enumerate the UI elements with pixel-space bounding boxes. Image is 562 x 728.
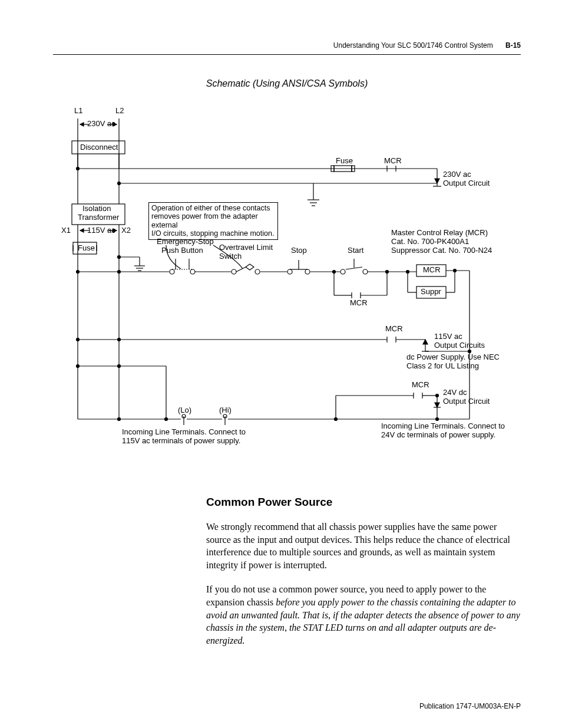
label-suppr-box: Suppr xyxy=(421,288,441,297)
label-ovt-2: Switch xyxy=(219,252,242,261)
svg-marker-122 xyxy=(435,403,439,407)
label-l1: L1 xyxy=(74,107,82,116)
label-mcr-info-1: Master Control Relay (MCR) xyxy=(391,229,488,238)
label-estop-2: Push Button xyxy=(161,246,203,255)
operation-note-box: Operation of either of these contacts re… xyxy=(148,202,278,240)
label-230vac: 230V ac xyxy=(87,120,115,129)
paragraph-1: We strongly recommend that all chassis p… xyxy=(206,521,521,571)
label-mcr-low: MCR xyxy=(412,381,429,390)
label-mcr-box: MCR xyxy=(423,266,441,275)
svg-point-85 xyxy=(118,271,121,274)
section-heading: Common Power Source xyxy=(206,496,521,509)
svg-point-61 xyxy=(340,269,345,274)
label-l2: L2 xyxy=(115,107,124,116)
label-iso-2: Transformer xyxy=(78,213,119,222)
svg-marker-22 xyxy=(435,179,439,183)
svg-point-62 xyxy=(363,269,368,274)
label-115out-2: Output Circuits xyxy=(434,341,485,350)
label-mcr-mid: MCR xyxy=(385,325,403,334)
label-24out-1: 24V dc xyxy=(443,388,467,397)
label-disconnect: Disconnect xyxy=(80,143,118,152)
opnote-line-2: removes power from the adapter external xyxy=(151,212,258,229)
label-hi: (Hi) xyxy=(219,406,232,415)
svg-point-56 xyxy=(287,269,292,274)
label-fuse-top: Fuse xyxy=(336,157,353,166)
label-fuse: Fuse xyxy=(78,244,95,253)
label-mcr-contact: MCR xyxy=(350,299,368,308)
svg-point-48 xyxy=(190,269,195,274)
label-mcr-info-2: Cat. No. 700-PK400A1 xyxy=(391,238,469,246)
diagram-caption: Schematic (Using ANSI/CSA Symbols) xyxy=(53,78,521,89)
svg-marker-3 xyxy=(80,123,84,126)
opnote-line-1: Operation of either of these contacts xyxy=(151,204,270,212)
svg-point-77 xyxy=(454,269,457,272)
svg-point-126 xyxy=(335,418,338,421)
svg-point-112 xyxy=(165,418,168,421)
page-number: B-15 xyxy=(505,41,521,50)
label-lo: (Lo) xyxy=(178,406,191,415)
publication-footer: Publication 1747-UM003A-EN-P xyxy=(419,702,521,710)
label-x2: X2 xyxy=(121,226,131,235)
svg-marker-94 xyxy=(423,340,428,344)
label-x1: X1 xyxy=(61,226,71,235)
label-inc24-1: Incoming Line Terminals. Connect to xyxy=(381,422,505,431)
svg-point-51 xyxy=(232,269,236,274)
label-ovt-1: Overtravel Limit xyxy=(219,243,273,252)
paragraph-2: If you do not use a common power source,… xyxy=(206,583,521,647)
label-stop: Stop xyxy=(291,246,307,255)
label-iso-1: Isolation xyxy=(82,205,111,213)
label-estop-1: Emergency-Stop xyxy=(157,238,214,246)
svg-point-57 xyxy=(305,269,310,274)
label-24out-2: Output Circuit xyxy=(443,397,490,406)
svg-marker-33 xyxy=(80,229,84,232)
label-inc115-1: Incoming Line Terminals. Connect to xyxy=(122,428,246,437)
schematic-diagram: L1 L2 230V ac Disconnect Fuse MCR 230V a… xyxy=(60,107,514,460)
label-230-out-1: 230V ac xyxy=(443,170,471,179)
header-rule xyxy=(53,54,521,55)
label-dcps-1: dc Power Supply. Use NEC xyxy=(406,353,500,362)
label-inc24-2: 24V dc terminals of power supply. xyxy=(381,431,495,440)
section-title: Understanding Your SLC 500/1746 Control … xyxy=(333,41,493,50)
body-text: Common Power Source We strongly recommen… xyxy=(206,496,521,647)
label-mcr-top: MCR xyxy=(384,157,402,166)
svg-point-72 xyxy=(406,271,409,274)
svg-point-111 xyxy=(118,418,121,421)
svg-point-47 xyxy=(170,269,174,274)
page-header: Understanding Your SLC 500/1746 Control … xyxy=(53,41,521,50)
label-inc115-2: 115V ac terminals of power supply. xyxy=(122,437,240,446)
label-115out-1: 115V ac xyxy=(434,332,462,341)
svg-point-54 xyxy=(255,269,260,274)
svg-line-52 xyxy=(236,267,246,272)
label-230-out-2: Output Circuit xyxy=(443,179,490,188)
label-dcps-2: Class 2 for UL Listing xyxy=(406,362,479,371)
svg-marker-53 xyxy=(246,264,254,270)
label-115vac: 115V ac xyxy=(87,226,115,235)
label-start: Start xyxy=(348,246,363,255)
label-mcr-info-3: Suppressor Cat. No. 700-N24 xyxy=(391,246,492,255)
